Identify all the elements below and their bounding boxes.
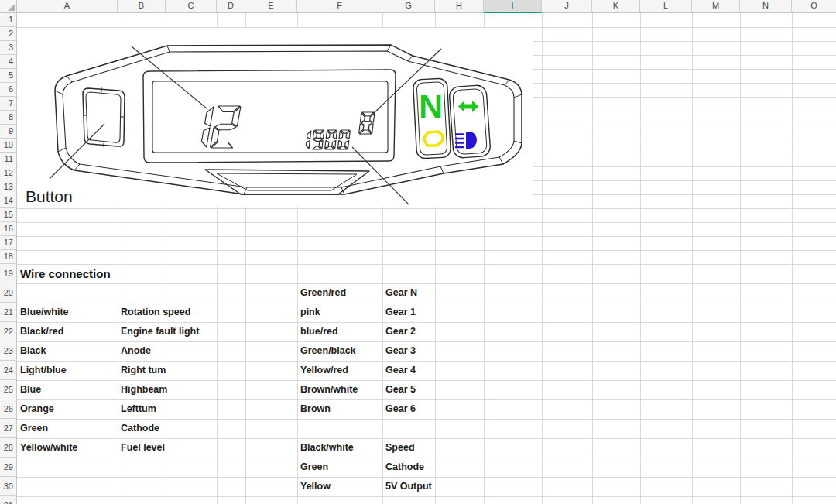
row-header-8[interactable]: 8 <box>0 111 17 125</box>
row-header-12[interactable]: 12 <box>0 166 17 180</box>
gridline <box>17 222 836 223</box>
cell-G23-function[interactable]: Gear 3 <box>385 341 416 361</box>
row-header-10[interactable]: 10 <box>0 139 17 153</box>
cell-A23-wire-color[interactable]: Black <box>20 341 46 361</box>
cell-G24-function[interactable]: Gear 4 <box>385 361 416 380</box>
row-header-18[interactable]: 18 <box>0 250 17 264</box>
cell-A28-wire-color[interactable]: Yellow/white <box>20 438 77 458</box>
row-header-5[interactable]: 5 <box>0 69 17 83</box>
cell-G22-function[interactable]: Gear 2 <box>385 322 416 341</box>
row-header-28[interactable]: 28 <box>0 438 17 458</box>
column-header-O[interactable]: O <box>792 0 836 13</box>
cell-F25-wire-color[interactable]: Brown/white <box>300 380 358 399</box>
column-header-G[interactable]: G <box>382 0 435 13</box>
cell-G21-function[interactable]: Gear 1 <box>385 303 416 322</box>
row-header-3[interactable]: 3 <box>0 41 17 55</box>
column-header-H[interactable]: H <box>435 0 484 13</box>
cell-A26-wire-color[interactable]: Orange <box>20 399 54 419</box>
column-header-N[interactable]: N <box>740 0 792 13</box>
cell-B28-function[interactable]: Fuel level <box>121 438 165 458</box>
column-header-F[interactable]: F <box>297 0 382 13</box>
gridline <box>792 13 793 504</box>
cell-B25-function[interactable]: Highbeam <box>121 380 167 399</box>
gridline <box>17 236 836 237</box>
row-header-6[interactable]: 6 <box>0 83 17 97</box>
row-header-20[interactable]: 20 <box>0 283 17 303</box>
column-header-L[interactable]: L <box>640 0 692 13</box>
column-header-E[interactable]: E <box>245 0 297 13</box>
gridline <box>17 264 836 265</box>
row-header-16[interactable]: 16 <box>0 222 17 236</box>
gridline <box>17 208 836 209</box>
gridline <box>17 496 836 497</box>
cell-F24-wire-color[interactable]: Yellow/red <box>300 361 348 380</box>
row-header-19[interactable]: 19 <box>0 264 17 283</box>
row-header-4[interactable]: 4 <box>0 55 17 69</box>
column-header-D[interactable]: D <box>217 0 245 13</box>
cell-F30-wire-color[interactable]: Yellow <box>300 477 331 496</box>
select-all-triangle-icon <box>8 4 15 11</box>
cell-G28-function[interactable]: Speed <box>385 438 415 458</box>
row-header-11[interactable]: 11 <box>0 153 17 166</box>
row-header-1[interactable]: 1 <box>0 13 17 27</box>
row-header-23[interactable]: 23 <box>0 341 17 361</box>
gridline <box>17 250 836 251</box>
cell-A27-wire-color[interactable]: Green <box>20 419 48 438</box>
wire-connection-title[interactable]: Wire connection <box>20 264 111 283</box>
cell-B22-function[interactable]: Engine fault light <box>121 322 199 341</box>
cell-B24-function[interactable]: Right tum <box>121 361 166 380</box>
row-header-13[interactable]: 13 <box>0 180 17 194</box>
cell-F28-wire-color[interactable]: Black/white <box>300 438 354 458</box>
cell-A21-wire-color[interactable]: Blue/white <box>20 303 69 322</box>
row-header-31[interactable]: 31 <box>0 496 17 504</box>
row-header-2[interactable]: 2 <box>0 27 17 41</box>
cell-B27-function[interactable]: Cathode <box>121 419 159 438</box>
column-header-B[interactable]: B <box>118 0 166 13</box>
column-header-A[interactable]: A <box>17 0 118 13</box>
spreadsheet: N Button Wire connection ABCDEFGHIJKLMNO… <box>0 0 836 504</box>
row-header-22[interactable]: 22 <box>0 322 17 341</box>
row-header-27[interactable]: 27 <box>0 419 17 438</box>
column-header-J[interactable]: J <box>542 0 592 13</box>
cell-B23-function[interactable]: Anode <box>121 341 151 361</box>
column-header-I[interactable]: I <box>484 0 542 13</box>
cell-G29-function[interactable]: Cathode <box>385 458 424 477</box>
column-header-K[interactable]: K <box>592 0 640 13</box>
cell-F26-wire-color[interactable]: Brown <box>300 399 331 419</box>
cell-F20-wire-color[interactable]: Green/red <box>300 283 346 303</box>
row-header-24[interactable]: 24 <box>0 361 17 380</box>
cell-F29-wire-color[interactable]: Green <box>300 458 328 477</box>
cell-A22-wire-color[interactable]: Black/red <box>20 322 63 341</box>
gridline <box>592 13 593 504</box>
row-header-17[interactable]: 17 <box>0 236 17 250</box>
cell-B21-function[interactable]: Rotation speed <box>121 303 190 322</box>
cell-A24-wire-color[interactable]: Light/blue <box>20 361 67 380</box>
cell-G25-function[interactable]: Gear 5 <box>385 380 416 399</box>
row-header-7[interactable]: 7 <box>0 97 17 111</box>
cell-F22-wire-color[interactable]: blue/red <box>300 322 338 341</box>
neutral-indicator: N <box>419 87 443 125</box>
cell-G20-function[interactable]: Gear N <box>385 283 417 303</box>
dashboard-image[interactable]: N Button <box>18 28 533 207</box>
cell-F23-wire-color[interactable]: Green/black <box>300 341 356 361</box>
image-background <box>18 28 533 207</box>
row-header-29[interactable]: 29 <box>0 458 17 477</box>
row-header-26[interactable]: 26 <box>0 399 17 419</box>
cell-F21-wire-color[interactable]: pink <box>300 303 320 322</box>
row-header-21[interactable]: 21 <box>0 303 17 322</box>
gridline <box>17 283 836 284</box>
cell-G26-function[interactable]: Gear 6 <box>385 399 416 419</box>
row-header-25[interactable]: 25 <box>0 380 17 399</box>
select-all-corner[interactable] <box>0 0 17 13</box>
cell-A25-wire-color[interactable]: Blue <box>20 380 41 399</box>
gridline <box>542 13 543 504</box>
row-header-14[interactable]: 14 <box>0 194 17 208</box>
row-header-9[interactable]: 9 <box>0 125 17 139</box>
row-header-15[interactable]: 15 <box>0 208 17 222</box>
gridline <box>740 13 741 504</box>
row-header-30[interactable]: 30 <box>0 477 17 496</box>
column-header-C[interactable]: C <box>166 0 217 13</box>
cell-B26-function[interactable]: Lefttum <box>121 399 156 419</box>
column-header-M[interactable]: M <box>692 0 740 13</box>
cell-G30-function[interactable]: 5V Output <box>385 477 432 496</box>
